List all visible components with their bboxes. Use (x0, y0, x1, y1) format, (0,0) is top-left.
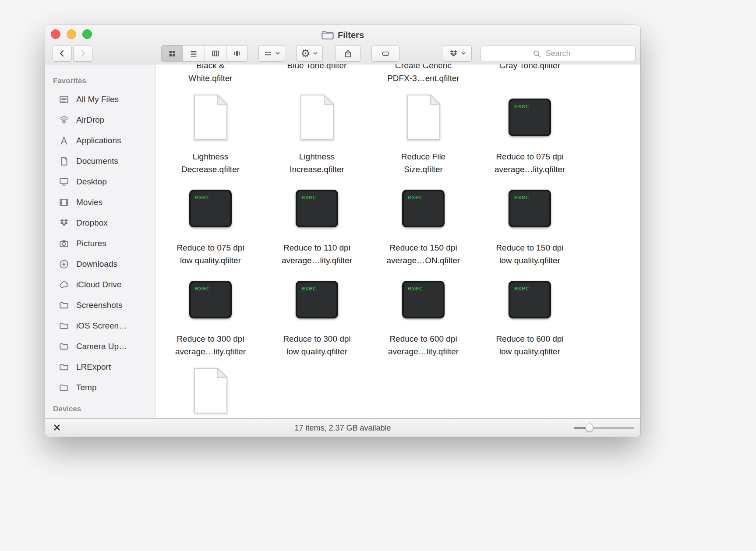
coverflow-view-icon (233, 49, 241, 58)
share-button[interactable] (335, 45, 360, 62)
icon-size-slider[interactable] (574, 427, 634, 429)
file-label: Reduce to 075 dpilow quality.qfilter (157, 241, 264, 267)
search-input[interactable] (481, 46, 635, 61)
documents-icon (58, 155, 70, 167)
sidebar-item-pictures[interactable]: Pictures (45, 233, 155, 254)
sidebar: Favorites All My Files AirDrop Applicati… (45, 64, 155, 418)
file-item[interactable] (157, 367, 264, 418)
downloads-icon (58, 258, 70, 270)
share-icon (343, 49, 353, 58)
file-label: Blue Tone.qfilter (264, 64, 370, 72)
sidebar-item-screenshots[interactable]: Screenshots (45, 295, 155, 315)
titlebar[interactable]: Filters (45, 25, 640, 64)
coverflow-view-button[interactable] (226, 46, 247, 61)
sidebar-section-favorites: Favorites (53, 77, 155, 85)
file-item[interactable]: exec Reduce to 150 dpiaverage…ON.qfilter (370, 184, 477, 276)
document-icon (157, 93, 264, 141)
file-label: Create GenericPDFX-3…ent.qfilter (370, 64, 477, 85)
sidebar-item-applications[interactable]: Applications (45, 130, 155, 151)
file-item[interactable]: LightnessIncrease.qfilter (264, 93, 370, 184)
folder-icon (58, 320, 70, 332)
sidebar-section-devices: Devices (53, 405, 155, 413)
list-view-button[interactable] (183, 46, 205, 61)
file-label: Reduce to 300 dpilow quality.qfilter (264, 332, 370, 358)
tag-icon (381, 49, 390, 58)
file-item[interactable]: Gray Tone.qfilter (477, 64, 583, 93)
file-item[interactable]: exec Reduce to 600 dpilow quality.qfilte… (477, 276, 583, 367)
cloud-icon (58, 279, 70, 290)
sidebar-item-airdrop[interactable]: AirDrop (45, 109, 155, 130)
file-label: Reduce to 150 dpilow quality.qfilter (477, 241, 583, 267)
file-label: Reduce FileSize.qfilter (370, 150, 477, 176)
file-grid-area[interactable]: Black &White.qfilter Blue Tone.qfilter (155, 64, 640, 418)
tags-button[interactable] (371, 45, 399, 62)
all-my-files-icon (58, 94, 70, 105)
sidebar-item-icloud-drive[interactable]: iCloud Drive (45, 274, 155, 295)
file-item[interactable]: Reduce FileSize.qfilter (370, 93, 477, 184)
slider-knob[interactable] (585, 424, 593, 432)
action-button[interactable]: ⚙ (296, 45, 323, 62)
folder-icon (321, 30, 334, 40)
sidebar-item-desktop[interactable]: Desktop (45, 171, 155, 192)
file-item[interactable]: exec Reduce to 300 dpiaverage…lity.qfilt… (157, 276, 264, 367)
folder-icon (58, 300, 70, 311)
file-label: LightnessDecrease.qfilter (157, 150, 264, 176)
dropbox-icon (58, 217, 70, 229)
file-item[interactable]: Create GenericPDFX-3…ent.qfilter (370, 64, 477, 93)
gear-icon: ⚙ (301, 48, 311, 59)
document-icon (157, 367, 264, 415)
folder-icon (58, 382, 70, 393)
exec-icon: exec (477, 184, 583, 233)
status-text: 17 items, 2.37 GB available (45, 419, 640, 437)
movies-icon (58, 197, 70, 208)
column-view-icon (211, 49, 220, 58)
dropbox-button[interactable] (443, 45, 472, 62)
search-field[interactable] (480, 46, 636, 61)
sidebar-item-dropbox[interactable]: Dropbox (45, 212, 155, 233)
file-item[interactable]: Blue Tone.qfilter (264, 64, 370, 93)
icon-view-button[interactable] (162, 46, 183, 61)
exec-icon: exec (477, 93, 583, 141)
list-view-icon (189, 49, 198, 58)
exec-icon: exec (264, 276, 370, 324)
file-item[interactable]: exec Reduce to 300 dpilow quality.qfilte… (264, 276, 370, 367)
sidebar-item-downloads[interactable]: Downloads (45, 254, 155, 274)
sidebar-item-lrexport[interactable]: LRExport (45, 357, 155, 377)
view-mode-segmented-control (161, 45, 248, 62)
file-label: Reduce to 110 dpiaverage…lity.qfilter (264, 241, 370, 267)
file-label: Reduce to 600 dpilow quality.qfilter (477, 332, 583, 358)
sidebar-item-ios-screen[interactable]: iOS Screen… (45, 315, 155, 336)
file-item[interactable]: exec Reduce to 150 dpilow quality.qfilte… (477, 184, 583, 276)
forward-button[interactable] (73, 45, 92, 62)
folder-icon (58, 361, 70, 373)
file-label: Gray Tone.qfilter (477, 64, 583, 72)
file-item[interactable]: exec Reduce to 075 dpilow quality.qfilte… (157, 184, 264, 276)
file-label: Reduce to 600 dpiaverage…lity.qfilter (370, 332, 477, 358)
sidebar-item-temp[interactable]: Temp (45, 377, 155, 398)
column-view-button[interactable] (205, 46, 226, 61)
sidebar-item-movies[interactable]: Movies (45, 192, 155, 212)
arrange-button[interactable] (258, 45, 285, 62)
file-label: LightnessIncrease.qfilter (264, 150, 370, 176)
window-body: Favorites All My Files AirDrop Applicati… (45, 64, 640, 418)
file-item[interactable]: exec Reduce to 110 dpiaverage…lity.qfilt… (264, 184, 370, 276)
sidebar-item-camera-uploads[interactable]: Camera Up… (45, 336, 155, 357)
sidebar-item-all-my-files[interactable]: All My Files (45, 89, 155, 109)
chevron-down-icon (275, 51, 280, 56)
file-label: Black &White.qfilter (157, 64, 264, 85)
sidebar-item-documents[interactable]: Documents (45, 151, 155, 171)
arrange-icon (264, 49, 272, 58)
file-item[interactable]: exec Reduce to 600 dpiaverage…lity.qfilt… (370, 276, 477, 367)
file-item[interactable]: Black &White.qfilter (157, 64, 264, 93)
file-item[interactable]: LightnessDecrease.qfilter (157, 93, 264, 184)
file-item[interactable]: exec Reduce to 075 dpiaverage…lity.qfilt… (477, 93, 583, 184)
status-bar: 17 items, 2.37 GB available (45, 418, 640, 437)
grid-view-icon (168, 49, 177, 58)
exec-icon: exec (157, 184, 264, 233)
finder-window: Filters (45, 25, 640, 437)
file-label: Reduce to 300 dpiaverage…lity.qfilter (157, 332, 264, 358)
file-label: Reduce to 150 dpiaverage…ON.qfilter (370, 241, 477, 267)
back-button[interactable] (53, 45, 72, 62)
search-icon (533, 49, 541, 60)
chevron-down-icon (461, 51, 466, 56)
